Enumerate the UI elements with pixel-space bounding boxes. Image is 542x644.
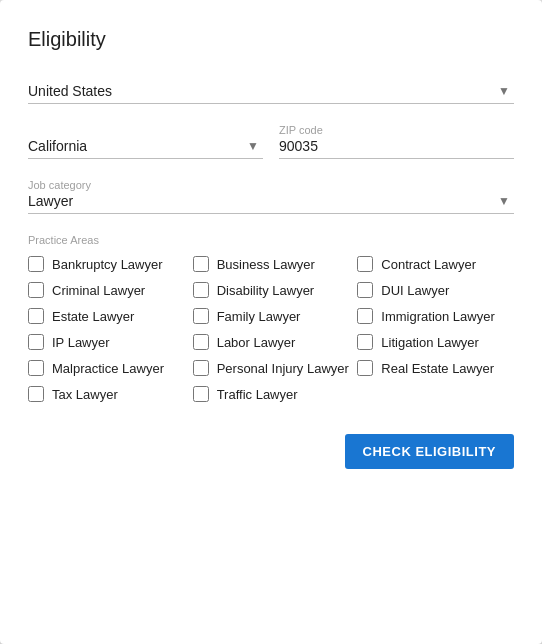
practice-area-checkbox-realestate[interactable]	[357, 360, 373, 376]
practice-areas-grid: Bankruptcy LawyerBusiness LawyerContract…	[28, 256, 514, 402]
practice-area-checkbox-family[interactable]	[193, 308, 209, 324]
practice-area-label-litigation: Litigation Lawyer	[381, 335, 479, 350]
list-item[interactable]: Real Estate Lawyer	[357, 360, 514, 376]
bottom-row: CHECK ELIGIBILITY	[28, 434, 514, 469]
practice-area-label-family: Family Lawyer	[217, 309, 301, 324]
list-item[interactable]: Labor Lawyer	[193, 334, 350, 350]
list-item[interactable]: Tax Lawyer	[28, 386, 185, 402]
practice-areas-section: Practice Areas Bankruptcy LawyerBusiness…	[28, 234, 514, 402]
zip-label: ZIP code	[279, 124, 514, 136]
practice-area-checkbox-estate[interactable]	[28, 308, 44, 324]
practice-area-label-contract: Contract Lawyer	[381, 257, 476, 272]
practice-area-label-criminal: Criminal Lawyer	[52, 283, 145, 298]
practice-area-checkbox-litigation[interactable]	[357, 334, 373, 350]
practice-area-checkbox-criminal[interactable]	[28, 282, 44, 298]
practice-area-label-realestate: Real Estate Lawyer	[381, 361, 494, 376]
country-select[interactable]: United States Canada United Kingdom	[28, 83, 514, 99]
practice-area-checkbox-malpractice[interactable]	[28, 360, 44, 376]
list-item[interactable]: Business Lawyer	[193, 256, 350, 272]
job-category-select[interactable]: Lawyer Doctor Engineer	[28, 193, 514, 209]
practice-area-checkbox-personalinjury[interactable]	[193, 360, 209, 376]
practice-area-checkbox-bankruptcy[interactable]	[28, 256, 44, 272]
practice-area-checkbox-traffic[interactable]	[193, 386, 209, 402]
practice-area-checkbox-disability[interactable]	[193, 282, 209, 298]
list-item[interactable]: Personal Injury Lawyer	[193, 360, 350, 376]
state-field: California New York Texas Florida ▼	[28, 138, 263, 159]
list-item[interactable]: Malpractice Lawyer	[28, 360, 185, 376]
list-item[interactable]: Disability Lawyer	[193, 282, 350, 298]
practice-area-label-bankruptcy: Bankruptcy Lawyer	[52, 257, 163, 272]
country-field: United States Canada United Kingdom ▼	[28, 79, 514, 104]
job-category-select-wrapper: Lawyer Doctor Engineer ▼	[28, 193, 514, 214]
list-item[interactable]: Litigation Lawyer	[357, 334, 514, 350]
list-item[interactable]: IP Lawyer	[28, 334, 185, 350]
practice-area-checkbox-immigration[interactable]	[357, 308, 373, 324]
practice-area-label-traffic: Traffic Lawyer	[217, 387, 298, 402]
practice-area-checkbox-business[interactable]	[193, 256, 209, 272]
practice-area-checkbox-dui[interactable]	[357, 282, 373, 298]
job-category-label: Job category	[28, 179, 514, 191]
list-item[interactable]: Family Lawyer	[193, 308, 350, 324]
state-select-wrapper: California New York Texas Florida ▼	[28, 138, 263, 159]
practice-area-checkbox-ip[interactable]	[28, 334, 44, 350]
zip-field: ZIP code	[279, 124, 514, 159]
practice-area-label-immigration: Immigration Lawyer	[381, 309, 494, 324]
practice-area-label-estate: Estate Lawyer	[52, 309, 134, 324]
zip-input[interactable]	[279, 138, 514, 159]
country-select-wrapper: United States Canada United Kingdom ▼	[28, 79, 514, 104]
practice-area-label-disability: Disability Lawyer	[217, 283, 315, 298]
practice-area-label-malpractice: Malpractice Lawyer	[52, 361, 164, 376]
practice-area-checkbox-contract[interactable]	[357, 256, 373, 272]
page-title: Eligibility	[28, 28, 514, 51]
practice-areas-label: Practice Areas	[28, 234, 514, 246]
practice-area-label-tax: Tax Lawyer	[52, 387, 118, 402]
list-item[interactable]: Bankruptcy Lawyer	[28, 256, 185, 272]
practice-area-checkbox-labor[interactable]	[193, 334, 209, 350]
practice-area-checkbox-tax[interactable]	[28, 386, 44, 402]
state-select[interactable]: California New York Texas Florida	[28, 138, 263, 154]
list-item[interactable]: Traffic Lawyer	[193, 386, 350, 402]
list-item[interactable]: Contract Lawyer	[357, 256, 514, 272]
practice-area-label-dui: DUI Lawyer	[381, 283, 449, 298]
job-category-field: Job category Lawyer Doctor Engineer ▼	[28, 179, 514, 214]
list-item[interactable]: Estate Lawyer	[28, 308, 185, 324]
list-item[interactable]: DUI Lawyer	[357, 282, 514, 298]
practice-area-label-labor: Labor Lawyer	[217, 335, 296, 350]
eligibility-card: Eligibility United States Canada United …	[0, 0, 542, 644]
practice-area-label-business: Business Lawyer	[217, 257, 315, 272]
list-item[interactable]: Immigration Lawyer	[357, 308, 514, 324]
list-item[interactable]: Criminal Lawyer	[28, 282, 185, 298]
practice-area-label-ip: IP Lawyer	[52, 335, 110, 350]
check-eligibility-button[interactable]: CHECK ELIGIBILITY	[345, 434, 514, 469]
state-zip-row: California New York Texas Florida ▼ ZIP …	[28, 124, 514, 159]
practice-area-label-personalinjury: Personal Injury Lawyer	[217, 361, 349, 376]
